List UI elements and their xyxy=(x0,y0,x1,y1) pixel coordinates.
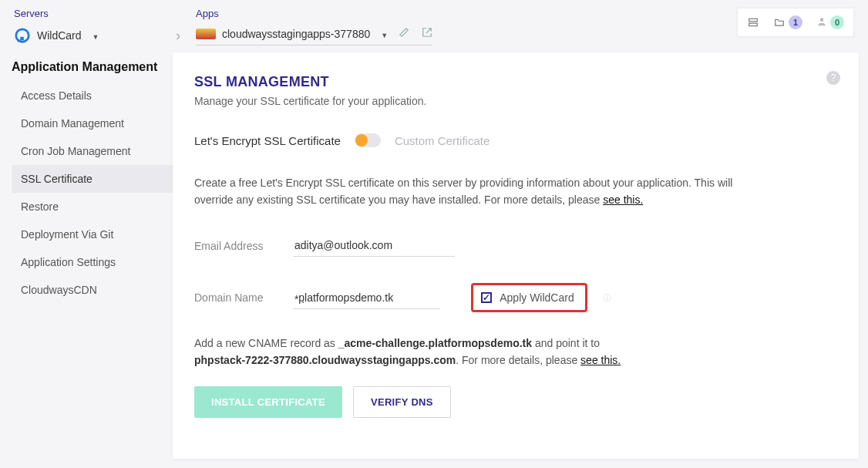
domain-input[interactable] xyxy=(297,287,440,309)
svg-rect-2 xyxy=(18,40,20,42)
app-caret-icon xyxy=(376,28,388,40)
tab-lets-encrypt[interactable]: Let's Encrypt SSL Certificate xyxy=(194,134,341,147)
svg-point-5 xyxy=(820,18,824,22)
sidebar-item-access-details[interactable]: Access Details xyxy=(12,82,173,109)
edit-app-icon[interactable] xyxy=(399,27,409,40)
certificate-type-toggle[interactable] xyxy=(355,133,381,147)
svg-rect-4 xyxy=(749,23,758,26)
email-row: Email Address xyxy=(194,234,837,257)
server-caret-icon xyxy=(88,29,99,42)
sidebar-item-ssl-certificate[interactable]: SSL Certificate xyxy=(12,165,173,193)
cname-link[interactable]: see this. xyxy=(580,354,621,366)
domain-label: Domain Name xyxy=(194,291,279,304)
user-menu[interactable]: 0 xyxy=(816,15,844,29)
php-stack-icon xyxy=(196,29,216,39)
wildcard-info-icon[interactable]: ⓘ xyxy=(603,292,611,304)
sidebar-item-domain-management[interactable]: Domain Management xyxy=(12,109,173,137)
panel-title: SSL MANAGEMENT xyxy=(194,74,837,90)
description-link[interactable]: see this. xyxy=(603,194,643,206)
action-buttons: INSTALL CERTIFICATE VERIFY DNS xyxy=(194,386,837,418)
certificate-tabs: Let's Encrypt SSL Certificate Custom Cer… xyxy=(194,133,837,147)
domain-row: Domain Name * . Apply WildCard ⓘ xyxy=(194,283,837,312)
svg-rect-1 xyxy=(20,37,24,41)
app-selector[interactable]: cloudwaysstagingapps-377880 xyxy=(196,27,432,45)
help-icon[interactable]: ? xyxy=(826,71,840,85)
sidebar-item-cloudwayscdn[interactable]: CloudwaysCDN xyxy=(12,276,173,304)
sidebar-item-deployment-via-git[interactable]: Deployment Via Git xyxy=(12,221,173,248)
panel-subtitle: Manage your SSL certificate for your app… xyxy=(194,95,837,107)
cname-instructions: Add a new CNAME record as _acme-challeng… xyxy=(194,335,749,369)
apply-wildcard-label: Apply WildCard xyxy=(500,291,574,304)
sidebar-item-application-settings[interactable]: Application Settings xyxy=(12,248,173,276)
apply-wildcard-group: Apply WildCard xyxy=(471,283,587,312)
projects-badge: 1 xyxy=(789,15,802,29)
top-right-toolbar: 1 0 xyxy=(737,8,854,37)
servers-label[interactable]: Servers xyxy=(14,8,160,19)
main-panel: ? SSL MANAGEMENT Manage your SSL certifi… xyxy=(173,52,859,459)
servers-breadcrumb: Servers WildCard xyxy=(14,8,160,49)
chevron-right-icon xyxy=(171,28,185,44)
apps-label[interactable]: Apps xyxy=(196,8,432,19)
apply-wildcard-checkbox[interactable] xyxy=(481,292,492,303)
breadcrumb: Servers WildCard Apps cloudwaysstagingap… xyxy=(14,8,737,49)
sidebar-item-cron-job-management[interactable]: Cron Job Management xyxy=(12,137,173,165)
cname-record: _acme-challenge.platformopsdemo.tk xyxy=(338,337,532,349)
app-name: cloudwaysstagingapps-377880 xyxy=(222,28,370,40)
verify-dns-button[interactable]: VERIFY DNS xyxy=(353,386,451,418)
sidebar-heading: Application Management xyxy=(12,60,173,74)
sidebar: Application Management Access DetailsDom… xyxy=(0,52,173,459)
email-label: Email Address xyxy=(194,240,279,252)
tab-custom-cert[interactable]: Custom Certificate xyxy=(395,134,490,147)
install-certificate-button[interactable]: INSTALL CERTIFICATE xyxy=(194,386,342,418)
user-badge: 0 xyxy=(830,15,844,29)
content: Application Management Access DetailsDom… xyxy=(0,52,868,468)
description-text: Create a free Let's Encrypt SSL certific… xyxy=(194,175,749,208)
server-selector[interactable]: WildCard xyxy=(14,27,160,49)
servers-list-icon[interactable] xyxy=(747,17,759,28)
projects-icon[interactable]: 1 xyxy=(773,15,802,29)
svg-rect-3 xyxy=(749,19,758,22)
sidebar-item-restore[interactable]: Restore xyxy=(12,193,173,221)
server-name: WildCard xyxy=(37,29,82,42)
cname-target: phpstack-7222-377880.cloudwaysstagingapp… xyxy=(194,354,456,366)
apps-breadcrumb: Apps cloudwaysstagingapps-377880 xyxy=(196,8,432,45)
open-external-icon[interactable] xyxy=(422,27,432,40)
top-bar: Servers WildCard Apps cloudwaysstagingap… xyxy=(0,0,868,52)
digitalocean-icon xyxy=(14,27,31,44)
email-input[interactable] xyxy=(293,234,455,257)
